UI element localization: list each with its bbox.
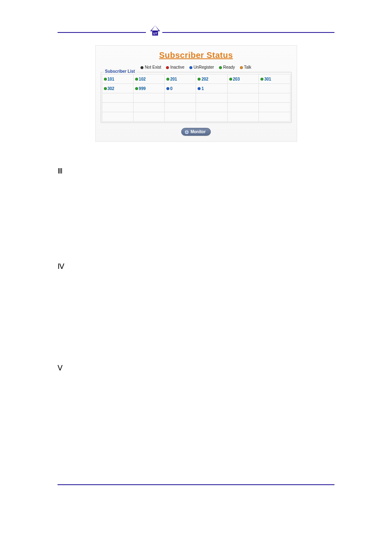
subscriber-number: 203 bbox=[233, 77, 240, 81]
legend-label: Ready bbox=[223, 65, 235, 69]
talk-bullet-icon bbox=[240, 66, 243, 69]
status-bullet-icon bbox=[198, 78, 201, 81]
subscriber-number: 0 bbox=[170, 86, 173, 91]
monitor-row: Monitor bbox=[101, 128, 292, 136]
status-bullet-icon bbox=[198, 87, 201, 90]
legend-label: UnRegister bbox=[194, 65, 214, 69]
subscriber-cell[interactable]: 201 bbox=[165, 74, 196, 84]
table-row: 101102201202203301 bbox=[102, 74, 290, 84]
legend-item: Not Exist bbox=[141, 65, 161, 69]
page: UT Subscriber Status Not ExistInactiveUn… bbox=[0, 0, 392, 555]
svg-text:UT: UT bbox=[153, 32, 157, 35]
subscriber-cell[interactable]: 101 bbox=[102, 74, 133, 84]
unregister-bullet-icon bbox=[189, 66, 192, 69]
header-divider: UT bbox=[58, 25, 334, 37]
subscriber-cell bbox=[102, 103, 133, 112]
not-exist-bullet-icon bbox=[141, 66, 143, 69]
section-heading-iv: Ⅳ bbox=[58, 262, 65, 271]
subscriber-number: 302 bbox=[108, 86, 115, 91]
subscriber-cell[interactable]: 202 bbox=[196, 74, 227, 84]
subscriber-cell bbox=[133, 93, 164, 103]
status-bullet-icon bbox=[229, 78, 232, 81]
subscriber-cell bbox=[165, 93, 196, 103]
subscriber-cell bbox=[259, 112, 290, 122]
logo-icon: UT bbox=[148, 25, 162, 38]
subscriber-cell bbox=[102, 93, 133, 103]
subscriber-cell[interactable]: 999 bbox=[133, 84, 164, 93]
subscriber-number: 102 bbox=[139, 77, 146, 81]
legend-item: UnRegister bbox=[189, 65, 214, 69]
subscriber-cell bbox=[227, 112, 258, 122]
inactive-bullet-icon bbox=[166, 66, 169, 69]
subscriber-cell bbox=[165, 112, 196, 122]
subscriber-cell[interactable]: 203 bbox=[227, 74, 258, 84]
status-bullet-icon bbox=[166, 78, 169, 81]
legend-label: Not Exist bbox=[145, 65, 161, 69]
subscriber-cell bbox=[196, 103, 227, 112]
section-iii: Ⅲ bbox=[58, 166, 334, 176]
subscriber-cell bbox=[165, 103, 196, 112]
subscriber-cell bbox=[102, 112, 133, 122]
ready-bullet-icon bbox=[219, 66, 222, 69]
section-iv: Ⅳ bbox=[58, 262, 334, 271]
subscriber-cell bbox=[133, 103, 164, 112]
table-row bbox=[102, 112, 290, 122]
subscriber-cell[interactable]: 102 bbox=[133, 74, 164, 84]
subscriber-cell bbox=[259, 93, 290, 103]
table-row: 30299901 bbox=[102, 84, 290, 93]
subscriber-status-screenshot: Subscriber Status Not ExistInactiveUnReg… bbox=[95, 45, 297, 142]
subscriber-number: 301 bbox=[264, 77, 271, 81]
subscriber-cell bbox=[227, 84, 258, 93]
legend-label: Talk bbox=[244, 65, 251, 69]
section-v: Ⅴ bbox=[58, 363, 334, 372]
header-rule-right bbox=[162, 32, 334, 33]
status-bullet-icon bbox=[135, 78, 138, 81]
subscriber-number: 201 bbox=[170, 77, 177, 81]
subscriber-cell[interactable]: 301 bbox=[259, 74, 290, 84]
subscriber-cell bbox=[259, 84, 290, 93]
monitor-icon bbox=[185, 130, 189, 134]
table-row bbox=[102, 93, 290, 103]
monitor-label: Monitor bbox=[191, 130, 206, 134]
subscriber-cell[interactable]: 302 bbox=[102, 84, 133, 93]
subscriber-cell bbox=[196, 112, 227, 122]
table-row bbox=[102, 103, 290, 112]
subscriber-number: 1 bbox=[201, 86, 204, 91]
status-bullet-icon bbox=[135, 87, 138, 90]
subscriber-cell bbox=[227, 103, 258, 112]
subscriber-cell[interactable]: 1 bbox=[196, 84, 227, 93]
subscriber-cell bbox=[227, 93, 258, 103]
subscriber-cell bbox=[259, 103, 290, 112]
status-bullet-icon bbox=[261, 78, 263, 81]
panel-title: Subscriber Status bbox=[101, 51, 292, 60]
section-heading-iii: Ⅲ bbox=[58, 167, 62, 175]
legend-item: Inactive bbox=[166, 65, 184, 69]
subscriber-grid: 10110220120220330130299901 bbox=[102, 74, 291, 122]
footer-divider bbox=[58, 484, 334, 485]
subscriber-number: 101 bbox=[108, 77, 115, 81]
subscriber-cell bbox=[133, 112, 164, 122]
status-bullet-icon bbox=[104, 87, 107, 90]
legend-item: Talk bbox=[240, 65, 251, 69]
legend-item: Ready bbox=[219, 65, 235, 69]
fieldset-legend: Subscriber List bbox=[104, 69, 137, 74]
subscriber-list-fieldset: Subscriber List 101102201202203301302999… bbox=[101, 72, 292, 123]
header-rule-left bbox=[58, 32, 146, 33]
monitor-button[interactable]: Monitor bbox=[181, 128, 211, 136]
status-bullet-icon bbox=[104, 78, 107, 81]
legend-label: Inactive bbox=[170, 65, 184, 69]
subscriber-number: 999 bbox=[139, 86, 146, 91]
subscriber-cell[interactable]: 0 bbox=[165, 84, 196, 93]
subscriber-number: 202 bbox=[201, 77, 208, 81]
subscriber-cell bbox=[196, 93, 227, 103]
section-heading-v: Ⅴ bbox=[58, 364, 62, 372]
status-bullet-icon bbox=[166, 87, 169, 90]
